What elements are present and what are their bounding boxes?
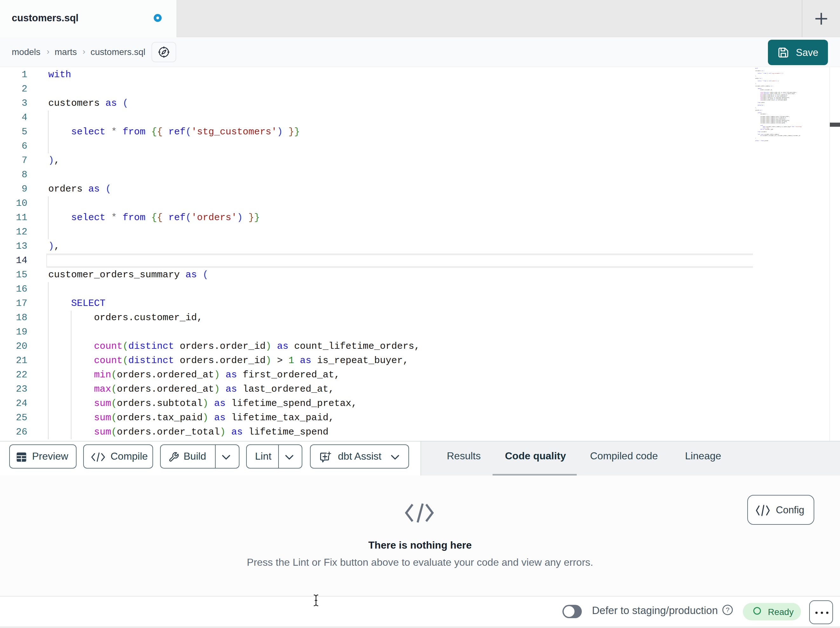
svg-text:?: ? (726, 606, 729, 614)
